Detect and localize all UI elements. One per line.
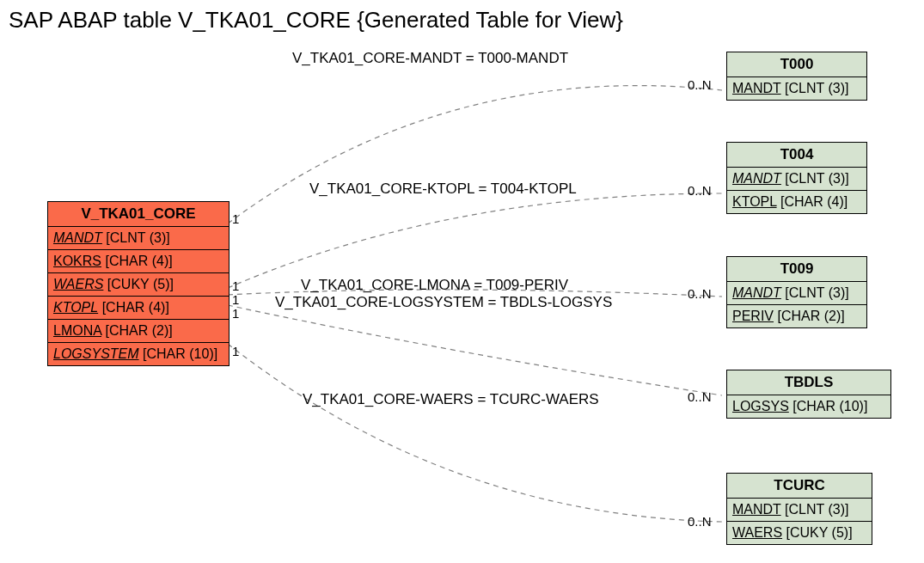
diagram-title: SAP ABAP table V_TKA01_CORE {Generated T… [9,7,623,34]
entity-header: T004 [727,143,866,168]
diagram-stage: SAP ABAP table V_TKA01_CORE {Generated T… [0,0,924,563]
entity-main: V_TKA01_CORE MANDT [CLNT (3)] KOKRS [CHA… [47,201,229,366]
rel-line-ktopl [228,193,722,288]
entity-row: MANDT [CLNT (3)] [727,499,872,522]
entity-main-row: MANDT [CLNT (3)] [48,227,229,250]
entity-tcurc: TCURC MANDT [CLNT (3)] WAERS [CUKY (5)] [726,473,872,545]
card-left-4: 1 [232,306,239,321]
card-right-2: 0..N [688,183,712,198]
entity-header: TCURC [727,474,872,499]
card-right-5: 0..N [688,514,712,529]
entity-row: PERIV [CHAR (2)] [727,305,866,327]
entity-main-row: LOGSYSTEM [CHAR (10)] [48,343,229,365]
rel-label-waers: V_TKA01_CORE-WAERS = TCURC-WAERS [303,391,599,408]
entity-tbdls: TBDLS LOGSYS [CHAR (10)] [726,370,891,419]
entity-header: T000 [727,52,866,77]
rel-label-lmona: V_TKA01_CORE-LMONA = T009-PERIV [301,277,568,294]
entity-row: KTOPL [CHAR (4)] [727,191,866,213]
entity-t004: T004 MANDT [CLNT (3)] KTOPL [CHAR (4)] [726,142,867,214]
entity-main-row: KTOPL [CHAR (4)] [48,297,229,320]
entity-t000: T000 MANDT [CLNT (3)] [726,52,867,101]
entity-main-row: LMONA [CHAR (2)] [48,320,229,343]
entity-main-row: WAERS [CUKY (5)] [48,273,229,297]
card-right-4: 0..N [688,389,712,404]
entity-row: WAERS [CUKY (5)] [727,522,872,544]
entity-header: T009 [727,257,866,282]
rel-line-mandt [228,86,722,223]
rel-line-logsystem [228,305,722,395]
entity-row: MANDT [CLNT (3)] [727,168,866,191]
card-left-3: 1 [232,292,239,307]
card-right-1: 0..N [688,77,712,92]
entity-main-row: KOKRS [CHAR (4)] [48,250,229,273]
rel-label-ktopl: V_TKA01_CORE-KTOPL = T004-KTOPL [309,181,577,198]
entity-row: MANDT [CLNT (3)] [727,77,866,100]
entity-header: TBDLS [727,370,890,395]
card-left-2: 1 [232,278,239,293]
entity-row: LOGSYS [CHAR (10)] [727,395,890,418]
card-right-3: 0..N [688,286,712,301]
rel-line-waers [228,344,722,522]
entity-main-header: V_TKA01_CORE [48,202,229,227]
card-left-5: 1 [232,344,239,358]
card-left-1: 1 [232,211,239,226]
entity-row: MANDT [CLNT (3)] [727,282,866,305]
rel-label-mandt: V_TKA01_CORE-MANDT = T000-MANDT [292,50,568,67]
entity-t009: T009 MANDT [CLNT (3)] PERIV [CHAR (2)] [726,256,867,328]
rel-label-logsystem: V_TKA01_CORE-LOGSYSTEM = TBDLS-LOGSYS [275,294,612,311]
